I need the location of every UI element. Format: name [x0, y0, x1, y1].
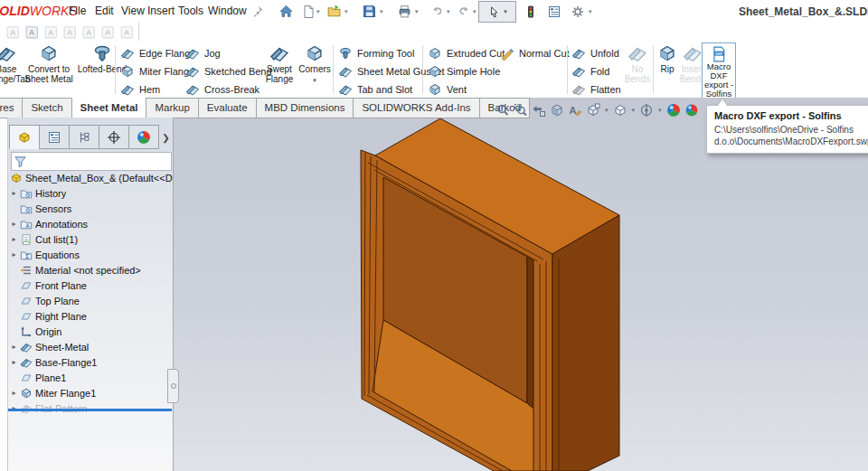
tab-feature-manager[interactable] [9, 125, 40, 149]
apply-scene-icon[interactable] [684, 103, 699, 118]
tree-item-origin[interactable]: Origin [8, 324, 173, 339]
new-dropdown-caret[interactable]: ▾ [316, 8, 320, 15]
previous-view-icon[interactable] [532, 103, 546, 118]
tab-evaluate[interactable]: Evaluate [198, 98, 257, 118]
display-style-caret[interactable]: ▾ [632, 107, 636, 114]
property-list-icon [47, 130, 61, 145]
jog-button[interactable]: Jog [185, 44, 221, 62]
new-document-button[interactable] [299, 3, 317, 20]
menu-tools[interactable]: Tools [175, 5, 207, 17]
swept-flange-button[interactable]: Swept Flange [259, 43, 299, 84]
expand-arrow-icon[interactable]: ▸ [8, 389, 20, 397]
hem-button[interactable]: Hem [120, 80, 160, 99]
tree-item-front-plane[interactable]: Front Plane [8, 278, 173, 293]
tab-and-slot-button[interactable]: Tab and Slot [338, 80, 412, 99]
select-tool-button[interactable]: ▾ [478, 1, 516, 23]
rebuild-traffic-light-button[interactable] [522, 3, 540, 20]
settings-dropdown-caret[interactable]: ▾ [589, 8, 592, 15]
plane-icon [20, 310, 33, 323]
expand-arrow-icon[interactable]: ▸ [8, 343, 20, 351]
print-button[interactable] [395, 3, 413, 20]
tree-item-equations[interactable]: ▸Equations [8, 247, 173, 262]
macro-dxf-export-button[interactable]: Macro DXF export - Solfins [702, 42, 736, 99]
menu-window[interactable]: Window [204, 5, 250, 17]
fold-icon [571, 64, 586, 79]
open-button[interactable] [325, 3, 343, 20]
tab-sheet-metal[interactable]: Sheet Metal [71, 98, 147, 118]
expand-arrow-icon[interactable]: ▸ [8, 358, 20, 366]
view-orientation-icon[interactable] [586, 103, 600, 118]
tab-dimxpert-manager[interactable] [99, 125, 129, 149]
tree-item-right-plane[interactable]: Right Plane [8, 308, 173, 324]
view-orientation-caret[interactable]: ▾ [605, 107, 609, 114]
section-view-icon[interactable] [550, 103, 564, 118]
expand-arrow-icon[interactable]: ▸ [8, 250, 20, 259]
tree-item-cut-list[interactable]: ▸Cut list(1) [8, 231, 173, 247]
extruded-cut-button[interactable]: Extruded Cut [428, 44, 505, 62]
tab-solidworks-add-ins[interactable]: SOLIDWORKS Add-Ins [353, 98, 479, 118]
corners-button[interactable]: Corners ▾ [296, 43, 334, 85]
flatten-button[interactable]: Flatten [571, 80, 621, 99]
tree-item-material[interactable]: Material <not specified> [8, 262, 173, 278]
zoom-to-fit-icon[interactable] [495, 103, 510, 118]
tab-display-manager[interactable] [128, 125, 159, 149]
tab-markup[interactable]: Markup [146, 98, 198, 118]
tab-features[interactable]: Features [0, 98, 23, 118]
expand-arrow-icon[interactable]: ▸ [8, 235, 20, 243]
display-style-icon[interactable] [613, 103, 627, 118]
expand-arrow-icon[interactable]: ▸ [8, 189, 20, 197]
home-button[interactable] [277, 3, 295, 20]
save-dropdown-caret[interactable]: ▾ [380, 8, 383, 15]
tab-mbd-dimensions[interactable]: MBD Dimensions [256, 98, 354, 118]
tree-item-plane1[interactable]: Plane1 [8, 370, 173, 385]
convert-to-sheet-metal-button[interactable]: Convert to Sheet Metal [24, 43, 74, 84]
normal-cut-button[interactable]: Normal Cut [500, 44, 570, 62]
miter-flange-button[interactable]: Miter Flange [120, 62, 194, 80]
tree-item-annotations[interactable]: ▸Annotations [8, 216, 173, 231]
normal-cut-icon [500, 46, 514, 61]
tree-item-base-flange[interactable]: ▸Base-Flange1 [8, 354, 173, 370]
spell-check-icon[interactable] [5, 24, 21, 40]
menu-edit[interactable]: Edit [91, 5, 118, 17]
feature-tree-filter-input[interactable] [29, 154, 171, 169]
forming-tool-button[interactable]: Forming Tool [338, 44, 414, 62]
fold-button[interactable]: Fold [571, 62, 609, 80]
options-list-button[interactable] [545, 3, 563, 20]
hide-show-items-caret[interactable]: ▾ [658, 107, 662, 114]
menu-file[interactable]: File [65, 5, 90, 17]
print-dropdown-caret[interactable]: ▾ [415, 8, 419, 15]
settings-gear-button[interactable] [569, 3, 587, 20]
pin-menu-icon[interactable] [248, 3, 266, 20]
simple-hole-button[interactable]: Simple Hole [428, 62, 500, 80]
cross-break-button[interactable]: Cross-Break [185, 80, 259, 99]
save-button[interactable] [360, 3, 378, 20]
tree-item-sheet-metal[interactable]: ▸Sheet-Metal [8, 339, 173, 354]
menu-insert[interactable]: Insert [144, 5, 178, 17]
tree-item-sensors[interactable]: Sensors [8, 201, 173, 216]
rip-button[interactable]: Rip [655, 43, 680, 75]
format-painter-icon[interactable] [24, 24, 40, 40]
unfold-button[interactable]: Unfold [571, 44, 619, 62]
panel-tabs-overflow[interactable]: ❯ [159, 127, 173, 149]
tree-item-miter-flange[interactable]: ▸Miter Flange1 [8, 385, 173, 400]
open-dropdown-caret[interactable]: ▾ [344, 8, 348, 15]
tree-item-root[interactable]: Sheet_Metal_Box_& (Default<<Default> [8, 170, 173, 185]
sketched-bend-icon [185, 64, 200, 79]
flatten-icon [571, 82, 586, 97]
tab-sketch[interactable]: Sketch [22, 98, 71, 118]
corners-dropdown-caret[interactable]: ▾ [296, 76, 334, 86]
hide-show-items-icon[interactable] [639, 103, 654, 118]
tab-property-manager[interactable] [39, 125, 70, 149]
annotation-visibility-icon[interactable] [568, 103, 582, 118]
tab-configuration-manager[interactable] [69, 125, 99, 149]
rollback-bar[interactable] [8, 409, 172, 411]
edge-flange-button[interactable]: Edge Flange [120, 44, 195, 62]
expand-arrow-icon[interactable]: ▸ [8, 220, 20, 228]
tree-item-top-plane[interactable]: Top Plane [8, 293, 173, 308]
edit-appearance-icon[interactable] [666, 103, 681, 118]
zoom-to-area-icon[interactable] [514, 103, 528, 118]
vent-button[interactable]: Vent [428, 80, 467, 99]
panel-splitter-handle[interactable] [167, 369, 179, 403]
tree-item-history[interactable]: ▸History [8, 185, 173, 201]
select-dropdown-caret[interactable]: ▾ [504, 8, 507, 15]
